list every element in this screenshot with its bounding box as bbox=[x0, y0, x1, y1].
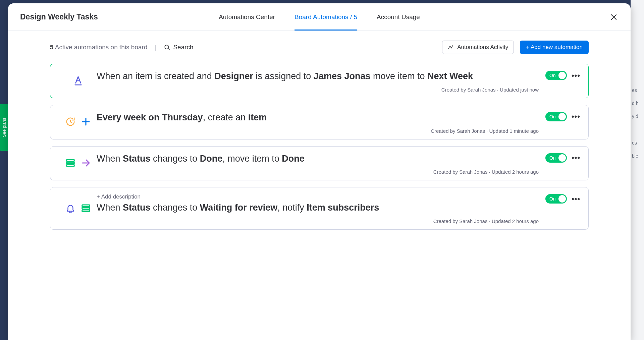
automation-rule-text: Every week on Thursday, create an item bbox=[97, 111, 539, 124]
card-content: Every week on Thursday, create an itemCr… bbox=[97, 111, 579, 134]
search-icon bbox=[164, 44, 170, 51]
tab-automations-center[interactable]: Automations Center bbox=[219, 3, 275, 31]
card-controls: On••• bbox=[545, 71, 580, 80]
card-controls: On••• bbox=[545, 194, 580, 204]
background-strip: esd hy d esble bbox=[631, 0, 644, 340]
automation-meta: Created by Sarah Jonas · Updated 2 hours… bbox=[97, 218, 539, 224]
svg-rect-6 bbox=[82, 210, 90, 212]
automation-meta: Created by Sarah Jonas · Updated 2 hours… bbox=[97, 169, 539, 175]
svg-rect-5 bbox=[82, 207, 90, 209]
bell-icon bbox=[65, 203, 75, 215]
automation-rule-text: When an item is created and Designer is … bbox=[97, 70, 539, 83]
card-controls: On••• bbox=[545, 153, 580, 163]
recurring-icon bbox=[65, 117, 75, 128]
automation-meta: Created by Sarah Jonas · Updated 1 minut… bbox=[97, 128, 539, 134]
count-number: 5 bbox=[50, 44, 54, 51]
close-icon bbox=[609, 12, 619, 22]
modal-header: Design Weekly Tasks Automations Center B… bbox=[8, 3, 631, 31]
svg-rect-2 bbox=[67, 162, 74, 164]
board-title: Design Weekly Tasks bbox=[20, 12, 98, 21]
automation-rule-text: When Status changes to Waiting for revie… bbox=[97, 202, 539, 214]
plus-icon bbox=[81, 117, 91, 128]
card-icons bbox=[60, 111, 97, 134]
toolbar: 5 Active automations on this board | Sea… bbox=[50, 34, 589, 61]
card-icons bbox=[60, 193, 97, 224]
search-label: Search bbox=[173, 44, 193, 51]
automations-modal: Design Weekly Tasks Automations Center B… bbox=[8, 3, 631, 340]
automations-count: 5 Active automations on this board bbox=[50, 44, 147, 51]
close-button[interactable] bbox=[609, 12, 619, 22]
add-description-link[interactable]: + Add description bbox=[97, 193, 539, 200]
automation-more-menu[interactable]: ••• bbox=[572, 197, 580, 201]
add-new-automation-button[interactable]: + Add new automation bbox=[520, 41, 589, 54]
automation-more-menu[interactable]: ••• bbox=[572, 74, 580, 77]
tab-board-automations[interactable]: Board Automations / 5 bbox=[294, 3, 357, 31]
see-plans-tab[interactable]: See plans bbox=[0, 104, 8, 151]
card-content: When Status changes to Done, move item t… bbox=[97, 153, 579, 175]
automation-toggle[interactable]: On bbox=[545, 71, 567, 80]
card-icons bbox=[60, 153, 97, 175]
count-suffix: Active automations on this board bbox=[54, 44, 148, 51]
activity-icon bbox=[448, 44, 454, 50]
arrow-right-icon bbox=[81, 158, 91, 169]
divider: | bbox=[155, 44, 156, 51]
status-rows-icon bbox=[65, 158, 75, 169]
svg-rect-4 bbox=[82, 205, 90, 207]
automation-toggle[interactable]: On bbox=[545, 112, 567, 121]
automation-toggle[interactable]: On bbox=[545, 194, 567, 204]
automation-card[interactable]: When Status changes to Done, move item t… bbox=[50, 146, 589, 181]
tab-account-usage[interactable]: Account Usage bbox=[377, 3, 420, 31]
automation-list: When an item is created and Designer is … bbox=[50, 61, 589, 230]
automation-toggle[interactable]: On bbox=[545, 153, 567, 163]
card-controls: On••• bbox=[545, 112, 580, 121]
card-icons bbox=[60, 70, 97, 93]
card-content: + Add descriptionWhen Status changes to … bbox=[97, 193, 579, 224]
tabs: Automations Center Board Automations / 5… bbox=[219, 3, 420, 31]
automation-card[interactable]: + Add descriptionWhen Status changes to … bbox=[50, 187, 589, 230]
automation-meta: Created by Sarah Jonas · Updated just no… bbox=[97, 87, 539, 93]
automation-card[interactable]: Every week on Thursday, create an itemCr… bbox=[50, 105, 589, 139]
assign-icon bbox=[73, 75, 83, 88]
automation-more-menu[interactable]: ••• bbox=[572, 115, 580, 118]
modal-body: 5 Active automations on this board | Sea… bbox=[8, 31, 631, 340]
automation-more-menu[interactable]: ••• bbox=[572, 156, 580, 160]
card-content: When an item is created and Designer is … bbox=[97, 70, 579, 93]
search-input[interactable]: Search bbox=[164, 44, 193, 51]
svg-rect-3 bbox=[67, 165, 74, 166]
automations-activity-button[interactable]: Automations Activity bbox=[442, 41, 514, 54]
status-rows-icon bbox=[81, 203, 91, 215]
svg-rect-1 bbox=[67, 160, 74, 161]
automation-card[interactable]: When an item is created and Designer is … bbox=[50, 64, 589, 98]
automation-rule-text: When Status changes to Done, move item t… bbox=[97, 153, 539, 165]
